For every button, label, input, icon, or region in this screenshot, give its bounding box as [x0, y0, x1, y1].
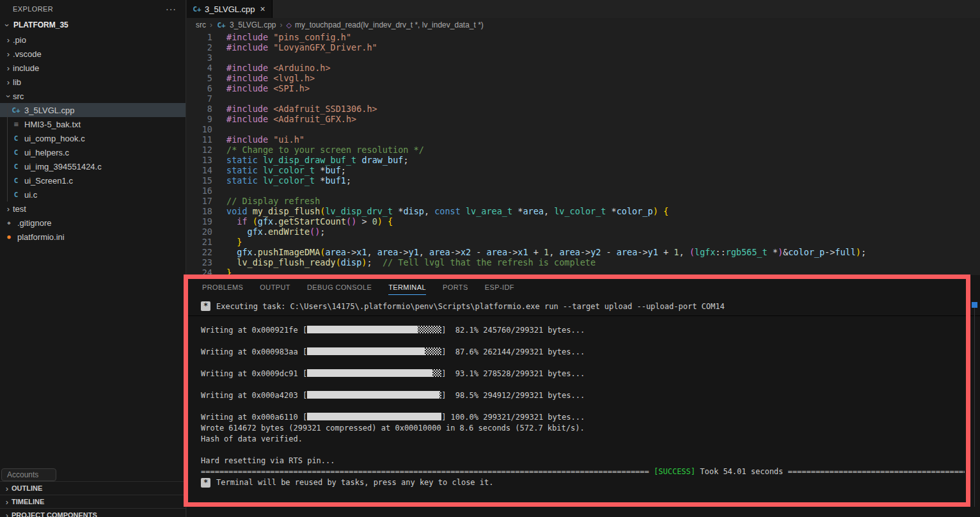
code-line-13: 13static lv_disp_draw_buf_t draw_buf;: [187, 155, 980, 165]
line-number: 11: [187, 134, 212, 145]
tree-item-label: .vscode: [13, 49, 42, 59]
tree-item-platformio-ini[interactable]: ●platformio.ini: [0, 230, 186, 244]
tree-item-label: ui_img_394551424.c: [24, 162, 102, 171]
code-line-text: // Display refresh: [226, 196, 320, 206]
line-number: 2: [187, 42, 212, 52]
project-root-item[interactable]: › PLATFORM_35: [0, 18, 186, 32]
code-line-text: #include <lvgl.h>: [226, 73, 315, 83]
tree-item-ui-img-394551424-c[interactable]: Cui_img_394551424.c: [0, 159, 186, 173]
project-root-label: PLATFORM_35: [13, 20, 68, 29]
sidebar-bottom-sections: ›OUTLINE›TIMELINE›PROJECT COMPONENTS: [0, 481, 186, 517]
tree-item-label: ui.c: [24, 190, 37, 200]
code-line-text: /* Change to your screen resolution */: [226, 145, 424, 155]
progress-bar: [307, 413, 441, 420]
panel-tab-ports[interactable]: PORTS: [443, 283, 468, 295]
sidebar-section-project-components[interactable]: ›PROJECT COMPONENTS: [0, 508, 186, 517]
panel-separator: [187, 315, 980, 316]
tree-item-test[interactable]: ›test: [0, 202, 186, 216]
tree-item-ui-screen1-c[interactable]: Cui_Screen1.c: [0, 173, 186, 187]
success-badge: [SUCCESS]: [649, 467, 695, 476]
sidebar-section-outline[interactable]: ›OUTLINE: [0, 481, 186, 495]
editor-area: C+ 3_5LVGL.cpp × src › C+ 3_5LVGL.cpp › …: [187, 0, 980, 275]
line-number: 7: [187, 93, 212, 104]
code-line-24: 24}: [187, 267, 980, 275]
txt-file-icon: ≡: [11, 120, 21, 129]
panel-tab-output[interactable]: OUTPUT: [260, 283, 290, 295]
code-line-text: #include <Adafruit_SSD1306.h>: [226, 104, 377, 114]
sidebar-section-timeline[interactable]: ›TIMELINE: [0, 495, 186, 508]
line-number: 5: [187, 73, 212, 83]
tree-item-src[interactable]: ›src: [0, 89, 186, 103]
tree-item-label: include: [13, 63, 39, 73]
executing-task-row: * Executing task: C:\Users\14175\.platfo…: [201, 301, 725, 311]
code-line-text: lv_disp_flush_ready(disp); // Tell lvgl …: [226, 257, 596, 267]
tree-item-label: platformio.ini: [17, 232, 65, 242]
breadcrumb-src[interactable]: src: [196, 20, 206, 29]
code-line-text: #include "LovyanGFX_Driver.h": [226, 42, 377, 52]
line-number: 6: [187, 83, 212, 93]
progress-bar-fill: [307, 347, 425, 355]
tree-item-pio[interactable]: ›.pio: [0, 33, 186, 47]
progress-bar-fill: [307, 391, 439, 399]
tree-item-label: lib: [13, 77, 21, 87]
task-icon: *: [201, 301, 210, 311]
panel-tab-esp-idf[interactable]: ESP-IDF: [485, 283, 514, 295]
tree-item-vscode[interactable]: ›.vscode: [0, 47, 186, 61]
code-line-20: 20 gfx.endWrite();: [187, 227, 980, 237]
breadcrumb-file[interactable]: 3_5LVGL.cpp: [230, 20, 276, 29]
tab-bar-empty: [273, 0, 980, 18]
panel-tabs: PROBLEMSOUTPUTDEBUG CONSOLETERMINALPORTS…: [202, 283, 531, 295]
tree-item-label: ui_comp_hook.c: [24, 134, 85, 143]
terminal-panel: PROBLEMSOUTPUTDEBUG CONSOLETERMINALPORTS…: [187, 275, 980, 517]
code-line-text: gfx.pushImageDMA(area->x1, area->y1, are…: [226, 247, 866, 257]
task-icon: *: [201, 478, 210, 488]
tree-item-3-5lvgl-cpp[interactable]: C+3_5LVGL.cpp: [0, 103, 186, 117]
code-line-1: 1#include "pins_config.h": [187, 32, 980, 42]
tree-item-ui-comp-hook-c[interactable]: Cui_comp_hook.c: [0, 131, 186, 145]
tree-item-ui-helpers-c[interactable]: Cui_helpers.c: [0, 145, 186, 159]
tree-item-include[interactable]: ›include: [0, 61, 186, 75]
chevron-right-icon: ›: [3, 511, 12, 517]
tree-item-label: test: [13, 204, 26, 214]
terminal-row-5: Writing at 0x000a6110 [] 100.0% 299321/2…: [201, 412, 965, 423]
terminal-row-3: Writing at 0x0009dc91 [] 93.1% 278528/29…: [201, 369, 965, 379]
line-number: 1: [187, 32, 212, 42]
terminal-output[interactable]: Writing at 0x000921fe [] 82.1% 245760/29…: [201, 325, 965, 488]
line-number: 17: [187, 196, 212, 206]
progress-bar-fill: [307, 326, 417, 333]
tree-item-gitignore[interactable]: ◆.gitignore: [0, 216, 186, 230]
tree-item-hmi3-5-bak-txt[interactable]: ≡HMI3-5_bak.txt: [0, 117, 186, 131]
code-line-text: #include "pins_config.h": [226, 32, 351, 42]
tree-item-label: .gitignore: [17, 218, 51, 228]
c-file-icon: C: [11, 134, 21, 143]
tab-3_5lvgl-cpp[interactable]: C+ 3_5LVGL.cpp ×: [187, 0, 273, 18]
breadcrumb-symbol[interactable]: my_touchpad_read(lv_indev_drv_t *, lv_in…: [295, 20, 484, 29]
line-number: 23: [187, 257, 212, 267]
code-line-10: 10: [187, 124, 980, 134]
tree-item-ui-c[interactable]: Cui.c: [0, 187, 186, 202]
code-line-text: void my_disp_flush(lv_disp_drv_t *disp, …: [226, 206, 668, 216]
code-editor[interactable]: 1#include "pins_config.h"2#include "Lovy…: [187, 32, 980, 275]
terminal-row-9: Hard resetting via RTS pin...: [201, 456, 965, 466]
tree-item-label: HMI3-5_bak.txt: [24, 120, 81, 129]
code-line-text: if (gfx.getStartCount() > 0) {: [226, 216, 393, 227]
sidebar-section-label: PROJECT COMPONENTS: [12, 511, 97, 517]
progress-bar-fill: [307, 369, 432, 377]
panel-tab-terminal[interactable]: TERMINAL: [388, 283, 426, 295]
explorer-sidebar: EXPLORER ··· › PLATFORM_35 ›.pio›.vscode…: [0, 0, 186, 517]
tree-item-lib[interactable]: ›lib: [0, 75, 186, 89]
chevron-right-icon: ›: [210, 20, 212, 29]
panel-tab-debug-console[interactable]: DEBUG CONSOLE: [307, 283, 372, 295]
line-number: 12: [187, 145, 212, 155]
progress-bar: [307, 347, 441, 355]
line-number: 22: [187, 247, 212, 257]
line-number: 10: [187, 124, 212, 134]
close-icon[interactable]: ×: [260, 4, 265, 14]
panel-tab-problems[interactable]: PROBLEMS: [202, 283, 243, 295]
line-number: 21: [187, 237, 212, 247]
code-line-7: 7: [187, 93, 980, 104]
code-line-6: 6#include <SPI.h>: [187, 83, 980, 93]
more-actions-icon[interactable]: ···: [166, 4, 177, 14]
code-line-text: }: [226, 267, 232, 275]
code-line-18: 18void my_disp_flush(lv_disp_drv_t *disp…: [187, 206, 980, 216]
